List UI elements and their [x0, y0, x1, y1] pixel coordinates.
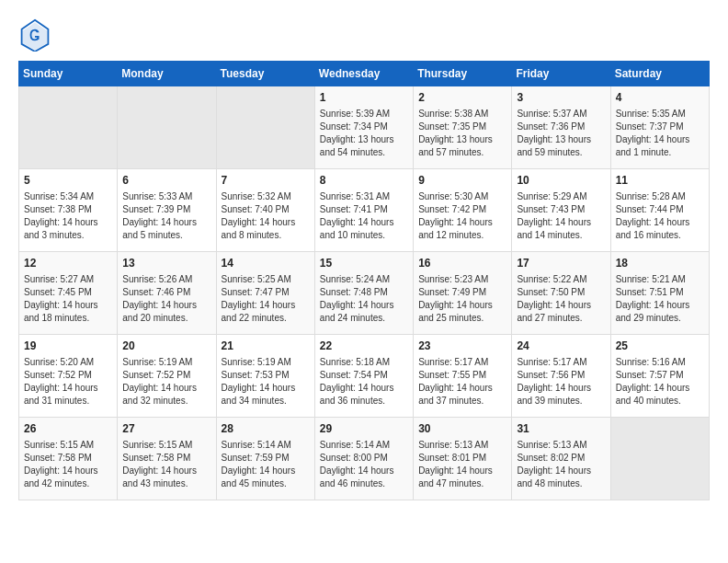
day-info-text: Sunrise: 5:29 AM — [517, 190, 605, 203]
day-info-text: Daylight: 14 hours — [616, 133, 704, 146]
day-info-text: and 24 minutes. — [320, 312, 408, 325]
column-header-saturday: Saturday — [610, 62, 709, 86]
calendar-cell: 4Sunrise: 5:35 AMSunset: 7:37 PMDaylight… — [610, 86, 709, 169]
calendar-cell: 30Sunrise: 5:13 AMSunset: 8:01 PMDayligh… — [414, 418, 512, 500]
day-number: 2 — [418, 90, 506, 106]
day-number: 25 — [616, 339, 704, 354]
day-number: 28 — [222, 421, 310, 437]
day-info-text: Sunrise: 5:19 AM — [222, 356, 310, 369]
day-info-text: and 18 minutes. — [24, 312, 112, 325]
day-number: 21 — [222, 339, 310, 354]
day-info-text: and 39 minutes. — [517, 395, 605, 408]
day-info-text: Sunrise: 5:17 AM — [418, 356, 506, 369]
day-info-text: Sunrise: 5:32 AM — [222, 190, 310, 203]
day-info-text: Sunrise: 5:17 AM — [517, 356, 605, 369]
day-info-text: Daylight: 14 hours — [122, 299, 210, 312]
day-info-text: Daylight: 14 hours — [418, 216, 506, 229]
day-info-text: Daylight: 14 hours — [222, 216, 310, 229]
logo — [18, 18, 56, 52]
day-info-text: Daylight: 14 hours — [24, 382, 112, 395]
day-number: 17 — [517, 256, 605, 271]
day-info-text: Daylight: 14 hours — [122, 465, 210, 477]
day-info-text: Sunset: 7:50 PM — [517, 286, 605, 299]
day-info-text: Sunrise: 5:28 AM — [616, 190, 704, 203]
day-info-text: Sunrise: 5:14 AM — [320, 439, 408, 452]
column-header-friday: Friday — [512, 62, 610, 86]
day-number: 31 — [517, 421, 605, 437]
day-info-text: Daylight: 14 hours — [24, 465, 112, 477]
day-info-text: and 48 minutes. — [517, 477, 605, 490]
day-number: 9 — [418, 173, 506, 189]
day-info-text: and 32 minutes. — [122, 395, 210, 408]
calendar-week-row: 26Sunrise: 5:15 AMSunset: 7:58 PMDayligh… — [19, 418, 710, 500]
day-info-text: Sunrise: 5:34 AM — [24, 190, 112, 203]
day-number: 6 — [122, 173, 210, 189]
calendar-cell — [610, 418, 709, 500]
calendar-cell: 16Sunrise: 5:23 AMSunset: 7:49 PMDayligh… — [414, 252, 512, 335]
calendar-cell: 21Sunrise: 5:19 AMSunset: 7:53 PMDayligh… — [216, 335, 314, 418]
day-info-text: Sunset: 7:53 PM — [222, 369, 310, 382]
day-info-text: Sunset: 7:58 PM — [122, 452, 210, 465]
day-info-text: Sunset: 7:48 PM — [320, 286, 408, 299]
day-number: 30 — [418, 421, 506, 437]
day-info-text: and 12 minutes. — [418, 229, 506, 242]
calendar-table: SundayMondayTuesdayWednesdayThursdayFrid… — [18, 61, 710, 500]
day-info-text: and 34 minutes. — [222, 395, 310, 408]
day-info-text: Sunset: 7:49 PM — [418, 286, 506, 299]
day-info-text: Daylight: 14 hours — [320, 465, 408, 477]
day-number: 8 — [320, 173, 408, 189]
day-info-text: Sunset: 7:34 PM — [320, 121, 408, 133]
calendar-cell: 27Sunrise: 5:15 AMSunset: 7:58 PMDayligh… — [118, 418, 216, 500]
day-info-text: Sunset: 7:36 PM — [517, 121, 605, 133]
day-info-text: and 45 minutes. — [222, 477, 310, 490]
day-info-text: Sunset: 7:38 PM — [24, 203, 112, 216]
day-info-text: Sunset: 8:02 PM — [517, 452, 605, 465]
day-info-text: Sunrise: 5:25 AM — [222, 273, 310, 286]
day-info-text: Sunset: 7:55 PM — [418, 369, 506, 382]
day-number: 15 — [320, 256, 408, 271]
day-info-text: Sunset: 7:45 PM — [24, 286, 112, 299]
day-number: 1 — [320, 90, 408, 106]
column-header-tuesday: Tuesday — [216, 62, 314, 86]
day-number: 26 — [24, 421, 112, 437]
calendar-cell: 6Sunrise: 5:33 AMSunset: 7:39 PMDaylight… — [118, 169, 216, 252]
day-info-text: Sunrise: 5:26 AM — [122, 273, 210, 286]
day-info-text: Sunrise: 5:33 AM — [122, 190, 210, 203]
day-info-text: Daylight: 14 hours — [616, 382, 704, 395]
day-info-text: and 57 minutes. — [418, 146, 506, 159]
day-info-text: Sunrise: 5:15 AM — [24, 439, 112, 452]
day-info-text: Sunset: 7:37 PM — [616, 121, 704, 133]
calendar-cell: 9Sunrise: 5:30 AMSunset: 7:42 PMDaylight… — [414, 169, 512, 252]
day-number: 10 — [517, 173, 605, 189]
day-number: 18 — [616, 256, 704, 271]
day-info-text: Sunrise: 5:38 AM — [418, 108, 506, 121]
day-info-text: and 36 minutes. — [320, 395, 408, 408]
calendar-cell: 28Sunrise: 5:14 AMSunset: 7:59 PMDayligh… — [216, 418, 314, 500]
day-number: 27 — [122, 421, 210, 437]
day-info-text: Daylight: 14 hours — [517, 299, 605, 312]
calendar-cell: 14Sunrise: 5:25 AMSunset: 7:47 PMDayligh… — [216, 252, 314, 335]
day-number: 16 — [418, 256, 506, 271]
day-info-text: Sunset: 7:44 PM — [616, 203, 704, 216]
day-info-text: Daylight: 14 hours — [222, 299, 310, 312]
day-info-text: and 29 minutes. — [616, 312, 704, 325]
day-info-text: and 47 minutes. — [418, 477, 506, 490]
day-info-text: Daylight: 14 hours — [517, 465, 605, 477]
calendar-cell — [118, 86, 216, 169]
day-info-text: Sunset: 7:59 PM — [222, 452, 310, 465]
calendar-cell: 31Sunrise: 5:13 AMSunset: 8:02 PMDayligh… — [512, 418, 610, 500]
day-info-text: and 3 minutes. — [24, 229, 112, 242]
calendar-cell: 15Sunrise: 5:24 AMSunset: 7:48 PMDayligh… — [314, 252, 413, 335]
day-number: 13 — [122, 256, 210, 271]
calendar-cell: 29Sunrise: 5:14 AMSunset: 8:00 PMDayligh… — [314, 418, 413, 500]
day-info-text: Sunrise: 5:15 AM — [122, 439, 210, 452]
column-header-monday: Monday — [118, 62, 216, 86]
day-number: 29 — [320, 421, 408, 437]
calendar-cell: 24Sunrise: 5:17 AMSunset: 7:56 PMDayligh… — [512, 335, 610, 418]
day-info-text: Daylight: 14 hours — [517, 216, 605, 229]
day-info-text: Daylight: 14 hours — [222, 382, 310, 395]
day-number: 4 — [616, 90, 704, 106]
day-info-text: Sunset: 7:56 PM — [517, 369, 605, 382]
day-number: 24 — [517, 339, 605, 354]
calendar-cell: 5Sunrise: 5:34 AMSunset: 7:38 PMDaylight… — [19, 169, 118, 252]
